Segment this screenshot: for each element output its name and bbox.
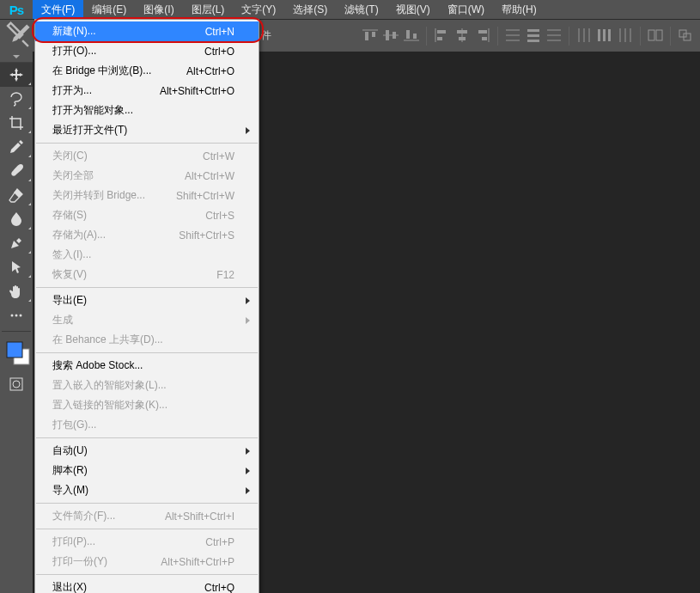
- menu-separator: [36, 287, 258, 288]
- blur-tool[interactable]: [0, 207, 33, 231]
- distribute-top-icon[interactable]: [503, 27, 522, 44]
- align-bottom-icon[interactable]: [402, 27, 421, 44]
- svg-point-41: [15, 315, 18, 317]
- svg-point-40: [11, 315, 14, 317]
- eyedropper-tool[interactable]: [0, 135, 33, 159]
- distribute-left-icon[interactable]: [575, 27, 593, 44]
- menu-item-25[interactable]: 脚本(R): [35, 461, 259, 480]
- menu-item-label: 打开为...: [52, 83, 160, 98]
- distribute-hcenter-icon[interactable]: [595, 27, 614, 44]
- distribute-bottom-icon[interactable]: [545, 27, 563, 44]
- hidden-option-text: 件: [261, 28, 271, 43]
- svg-rect-36: [648, 30, 654, 40]
- menu-item-24[interactable]: 自动(U): [35, 441, 259, 461]
- menu-item-0[interactable]: 新建(N)...Ctrl+N: [35, 21, 259, 41]
- menu-3[interactable]: 图层(L): [183, 0, 234, 19]
- menu-item-31: 打印一份(Y)Alt+Shift+Ctrl+P: [35, 552, 259, 572]
- separator: [426, 27, 427, 46]
- pen-tool[interactable]: [0, 231, 33, 255]
- menu-5[interactable]: 选择(S): [284, 0, 336, 19]
- crop-tool[interactable]: [0, 111, 33, 135]
- menu-0[interactable]: 文件(F): [33, 0, 83, 19]
- svg-rect-4: [386, 30, 389, 40]
- align-right-icon[interactable]: [473, 27, 492, 44]
- submenu-arrow-icon: [246, 487, 250, 494]
- separator: [670, 27, 671, 46]
- menu-item-label: 置入链接的智能对象(K)...: [52, 398, 234, 413]
- menu-item-shortcut: Ctrl+W: [203, 150, 234, 162]
- menu-item-label: 打印(P)...: [52, 535, 205, 549]
- menu-item-shortcut: F12: [216, 269, 234, 281]
- hand-tool[interactable]: [0, 279, 33, 303]
- menu-item-5[interactable]: 最近打开文件(T): [35, 120, 259, 140]
- menu-item-label: 打印一份(Y): [52, 554, 161, 569]
- edit-toolbar[interactable]: [0, 303, 33, 327]
- menu-item-label: 打包(G)...: [52, 418, 234, 432]
- menu-item-19[interactable]: 搜索 Adobe Stock...: [35, 356, 259, 376]
- align-hcenter-icon[interactable]: [453, 27, 472, 44]
- menu-separator: [36, 503, 258, 504]
- menu-item-label: 打开(O)...: [52, 44, 204, 58]
- menu-item-28: 文件简介(F)...Alt+Shift+Ctrl+I: [35, 506, 259, 526]
- svg-rect-2: [372, 32, 375, 37]
- svg-rect-16: [478, 30, 487, 34]
- distribute-vcenter-icon[interactable]: [524, 27, 543, 44]
- menu-item-shortcut: Ctrl+Q: [204, 582, 234, 594]
- align-vcenter-icon[interactable]: [381, 27, 400, 44]
- menu-item-10: 存储(S)Ctrl+S: [35, 205, 259, 225]
- menu-item-label: 关闭(C): [52, 149, 203, 163]
- svg-rect-45: [10, 378, 22, 390]
- move-tool[interactable]: [0, 63, 33, 87]
- menu-8[interactable]: 窗口(W): [439, 0, 493, 19]
- menu-item-label: 新建(N)...: [52, 24, 205, 39]
- brush-tool[interactable]: [0, 159, 33, 183]
- menu-item-30: 打印(P)...Ctrl+P: [35, 532, 259, 552]
- menu-item-label: 关闭并转到 Bridge...: [52, 188, 176, 203]
- menu-separator: [36, 143, 258, 144]
- path-select-tool[interactable]: [0, 255, 33, 279]
- menu-item-33[interactable]: 退出(X)Ctrl+Q: [35, 578, 259, 593]
- svg-rect-30: [598, 29, 600, 41]
- svg-rect-13: [457, 30, 467, 34]
- menu-item-1[interactable]: 打开(O)...Ctrl+O: [35, 41, 259, 61]
- auto-align-icon[interactable]: [646, 27, 665, 44]
- align-top-icon[interactable]: [361, 27, 380, 44]
- 3d-mode-icon[interactable]: [676, 27, 695, 44]
- menu-item-shortcut: Alt+Shift+Ctrl+P: [161, 556, 234, 568]
- tool-preset-icon[interactable]: [3, 24, 33, 48]
- align-left-icon[interactable]: [432, 27, 451, 44]
- menu-item-20: 置入嵌入的智能对象(L)...: [35, 376, 259, 395]
- menu-item-15[interactable]: 导出(E): [35, 290, 259, 310]
- menu-item-shortcut: Alt+Shift+Ctrl+O: [160, 85, 234, 97]
- menu-6[interactable]: 滤镜(T): [336, 0, 387, 19]
- menu-1[interactable]: 编辑(E): [83, 0, 135, 19]
- menu-2[interactable]: 图像(I): [135, 0, 182, 19]
- menu-7[interactable]: 视图(V): [387, 0, 439, 19]
- separator: [640, 27, 641, 46]
- menu-4[interactable]: 文字(Y): [233, 0, 284, 19]
- menu-item-shortcut: Alt+Ctrl+O: [186, 65, 234, 77]
- svg-rect-21: [527, 29, 539, 32]
- submenu-arrow-icon: [246, 297, 250, 304]
- svg-rect-10: [437, 30, 446, 34]
- menu-item-17: 在 Behance 上共享(D)...: [35, 330, 259, 350]
- menu-item-8: 关闭全部Alt+Ctrl+W: [35, 166, 259, 186]
- color-swatches[interactable]: [0, 335, 33, 372]
- menu-item-2[interactable]: 在 Bridge 中浏览(B)...Alt+Ctrl+O: [35, 61, 259, 81]
- distribute-right-icon[interactable]: [616, 27, 635, 44]
- menu-item-shortcut: Shift+Ctrl+S: [179, 229, 234, 241]
- menu-item-shortcut: Shift+Ctrl+W: [176, 190, 234, 202]
- submenu-arrow-icon: [246, 448, 250, 455]
- menu-item-label: 导入(M): [52, 483, 234, 498]
- menu-item-label: 在 Bridge 中浏览(B)...: [52, 64, 186, 78]
- menu-9[interactable]: 帮助(H): [493, 0, 545, 19]
- eraser-tool[interactable]: [0, 183, 33, 207]
- menu-item-16: 生成: [35, 310, 259, 330]
- toolbox-collapse[interactable]: [0, 52, 33, 63]
- quick-mask-toggle[interactable]: [0, 372, 33, 396]
- svg-rect-11: [437, 37, 442, 40]
- menu-item-3[interactable]: 打开为...Alt+Shift+Ctrl+O: [35, 81, 259, 101]
- menu-item-26[interactable]: 导入(M): [35, 480, 259, 500]
- menu-item-4[interactable]: 打开为智能对象...: [35, 101, 259, 120]
- lasso-tool[interactable]: [0, 87, 33, 111]
